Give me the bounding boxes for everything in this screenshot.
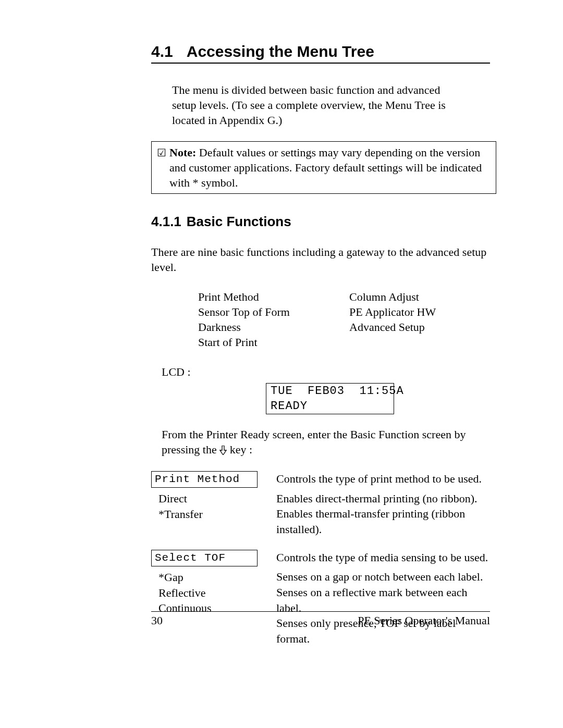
config-option-name: *Gap [158, 570, 276, 585]
config-block-print-method: Print Method Direct *Transfer Controls t… [151, 471, 490, 537]
manual-title: PE Series Operator's Manual [358, 614, 490, 627]
config-option-name: Direct [158, 491, 276, 507]
section-heading: 4.1Accessing the Menu Tree [151, 43, 490, 64]
subsection-title: Basic Functions [187, 214, 291, 229]
config-option-desc: Senses on a gap or notch between each la… [276, 569, 490, 585]
checkbox-checked-icon: ☑ [157, 146, 166, 190]
function-item: Column Adjust [349, 289, 485, 304]
function-item: Sensor Top of Form [198, 304, 349, 319]
instruction-text-a: From the Printer Ready screen, enter the… [162, 428, 466, 456]
instruction-text: From the Printer Ready screen, enter the… [162, 427, 474, 459]
section-number: 4.1 [151, 43, 173, 60]
config-head-desc: Controls the type of media sensing to be… [276, 550, 490, 565]
function-item: Start of Print [198, 335, 349, 350]
subsection-number: 4.1.1 [151, 214, 181, 230]
config-option-desc: Enables thermal-transfer printing (ribbo… [276, 506, 490, 537]
function-item: Advanced Setup [349, 319, 485, 335]
subsection-intro: There are nine basic functions including… [151, 244, 490, 275]
function-list: Print Method Sensor Top of Form Darkness… [198, 289, 490, 350]
note-text: Default values or settings may vary depe… [169, 146, 482, 189]
function-item: Darkness [198, 319, 349, 335]
config-lcd-head: Print Method [151, 471, 258, 488]
config-head-desc: Controls the type of print method to be … [276, 471, 490, 487]
page-number: 30 [151, 614, 163, 627]
config-option-desc: Enables direct-thermal printing (no ribb… [276, 491, 490, 507]
lcd-line-1: TUE FEB03 11:55A [266, 384, 394, 399]
lcd-display: TUE FEB03 11:55A READY [266, 383, 394, 414]
subsection-heading: 4.1.1Basic Functions [151, 214, 490, 230]
config-block-select-tof: Select TOF *Gap Reflective Continuous Co… [151, 550, 490, 647]
config-option-name: Reflective [158, 585, 276, 601]
function-item: Print Method [198, 289, 349, 304]
intro-paragraph: The menu is divided between basic functi… [172, 82, 464, 128]
page-footer: 30 PE Series Operator's Manual [151, 611, 490, 627]
config-lcd-head: Select TOF [151, 550, 258, 566]
note-box: ☑ Note: Default values or settings may v… [151, 141, 496, 194]
instruction-text-b: key : [227, 443, 252, 456]
config-option-name: *Transfer [158, 507, 276, 522]
note-label: Note: [169, 146, 196, 159]
lcd-label: LCD : [162, 365, 490, 379]
down-arrow-key-icon [219, 443, 227, 459]
section-title: Accessing the Menu Tree [187, 43, 374, 60]
lcd-line-2: READY [266, 399, 394, 414]
function-item: PE Applicator HW [349, 304, 485, 319]
